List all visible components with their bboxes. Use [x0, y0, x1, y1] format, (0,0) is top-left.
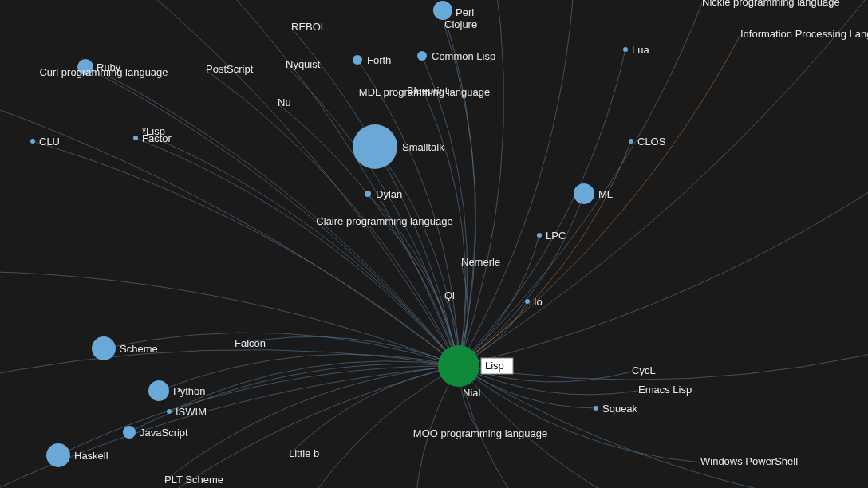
- node-label: LPC: [546, 230, 566, 242]
- graph-node[interactable]: Emacs Lisp: [638, 384, 692, 396]
- nodes-layer: LispPerlClojureREBOLNickle programming l…: [30, 0, 868, 486]
- graph-node[interactable]: Information Processing Language: [740, 28, 868, 40]
- node-label: CycL: [632, 364, 656, 376]
- graph-node[interactable]: Forth: [353, 54, 391, 66]
- graph-edge: [443, 10, 475, 366]
- center-tooltip: Lisp: [481, 358, 513, 374]
- graph-node[interactable]: Clojure: [444, 18, 477, 30]
- node-label: Nyquist: [286, 58, 321, 70]
- graph-edge: [136, 138, 459, 366]
- graph-edge: [291, 28, 459, 366]
- node-dot: [433, 1, 452, 20]
- node-label: Information Processing Language: [740, 28, 868, 40]
- node-label: ISWIM: [176, 406, 207, 418]
- node-label: ML: [598, 188, 613, 200]
- graph-node[interactable]: Nu: [278, 96, 291, 108]
- graph-node[interactable]: Falcon: [235, 337, 266, 349]
- graph-edge: [120, 0, 459, 366]
- node-dot: [353, 124, 397, 169]
- graph-node[interactable]: Haskell: [46, 443, 108, 467]
- graph-node[interactable]: LPC: [537, 230, 566, 242]
- node-label: Qi: [444, 289, 455, 301]
- center-tooltip-label: Lisp: [485, 360, 504, 372]
- graph-edge: [459, 141, 631, 366]
- graph-node[interactable]: Squeak: [594, 403, 638, 415]
- node-label: Python: [173, 385, 205, 397]
- graph-edge: [0, 366, 459, 488]
- node-dot: [629, 139, 633, 144]
- node-dot: [594, 406, 598, 411]
- graph-node[interactable]: Little b: [289, 447, 319, 459]
- graph-node[interactable]: Nemerle: [461, 256, 500, 268]
- node-label: Claire programming language: [316, 215, 452, 227]
- graph-node[interactable]: Curl programming language: [39, 66, 168, 78]
- node-dot: [92, 336, 116, 360]
- graph-node[interactable]: CycL: [632, 364, 656, 376]
- node-label: Blueprint: [407, 85, 448, 96]
- node-label: Forth: [367, 54, 391, 66]
- center-node[interactable]: Lisp: [438, 345, 513, 387]
- graph-node[interactable]: Common Lisp: [417, 50, 495, 62]
- node-label: PostScript: [206, 63, 254, 75]
- node-label: Curl programming language: [39, 66, 168, 78]
- graph-node[interactable]: PLT Scheme: [164, 474, 223, 486]
- graph-node[interactable]: Nyquist: [286, 58, 321, 70]
- node-dot: [574, 183, 594, 204]
- node-dot: [167, 409, 172, 414]
- graph-edge: [0, 271, 459, 366]
- graph-node[interactable]: Python: [148, 380, 205, 401]
- graph-node[interactable]: PostScript: [206, 63, 254, 75]
- graph-node[interactable]: MOO programming language: [413, 427, 547, 439]
- node-label: Emacs Lisp: [638, 384, 692, 396]
- node-label: Io: [534, 296, 542, 308]
- node-label: Dylan: [376, 188, 402, 200]
- node-label: Smalltalk: [402, 141, 444, 153]
- graph-node[interactable]: Qi: [444, 289, 455, 301]
- graph-edge: [424, 93, 466, 366]
- node-label: REBOL: [291, 21, 326, 33]
- graph-edge: [164, 366, 459, 481]
- node-label: Perl: [456, 6, 474, 18]
- network-graph[interactable]: LispPerlClojureREBOLNickle programming l…: [0, 0, 868, 488]
- graph-node[interactable]: Nickle programming language: [702, 0, 840, 8]
- node-label: Haskell: [74, 450, 108, 462]
- graph-node[interactable]: Claire programming language: [316, 215, 452, 227]
- graph-node[interactable]: REBOL: [291, 21, 326, 33]
- node-dot: [525, 299, 530, 304]
- graph-edge: [58, 366, 459, 455]
- graph-node[interactable]: Lua: [623, 44, 649, 56]
- graph-node[interactable]: CLU: [30, 136, 60, 148]
- node-dot: [537, 233, 542, 238]
- graph-node[interactable]: ML: [574, 183, 613, 204]
- node-label: Scheme: [120, 343, 158, 355]
- node-dot: [417, 51, 427, 61]
- node-label: CLOS: [637, 136, 666, 148]
- node-label: Factor: [142, 132, 172, 144]
- graph-node[interactable]: Smalltalk: [353, 124, 444, 169]
- graph-edge: [0, 350, 459, 383]
- graph-node[interactable]: CLOS: [629, 136, 666, 148]
- graph-node[interactable]: Nial: [463, 387, 481, 399]
- graph-edge: [459, 0, 868, 366]
- graph-edge: [357, 60, 459, 366]
- graph-node[interactable]: Dylan: [365, 188, 402, 200]
- node-dot: [353, 55, 362, 65]
- graph-node[interactable]: Factor: [133, 132, 172, 144]
- node-label: Lua: [632, 44, 649, 56]
- graph-edge: [459, 343, 868, 380]
- graph-node[interactable]: JavaScript: [123, 426, 188, 439]
- graph-node[interactable]: Blueprint: [407, 85, 448, 96]
- node-dot: [30, 139, 35, 144]
- graph-node[interactable]: Perl: [433, 1, 474, 20]
- node-label: Clojure: [444, 18, 477, 30]
- node-dot: [133, 136, 138, 140]
- node-dot: [148, 380, 169, 401]
- graph-node[interactable]: Windows PowerShell: [700, 455, 798, 467]
- node-dot: [623, 47, 628, 52]
- node-label: MOO programming language: [413, 427, 547, 439]
- node-label: Windows PowerShell: [700, 455, 798, 467]
- node-label: Squeak: [602, 403, 638, 415]
- node-label: Nemerle: [461, 256, 500, 268]
- node-label: PLT Scheme: [164, 474, 223, 486]
- svg-point-0: [438, 345, 479, 387]
